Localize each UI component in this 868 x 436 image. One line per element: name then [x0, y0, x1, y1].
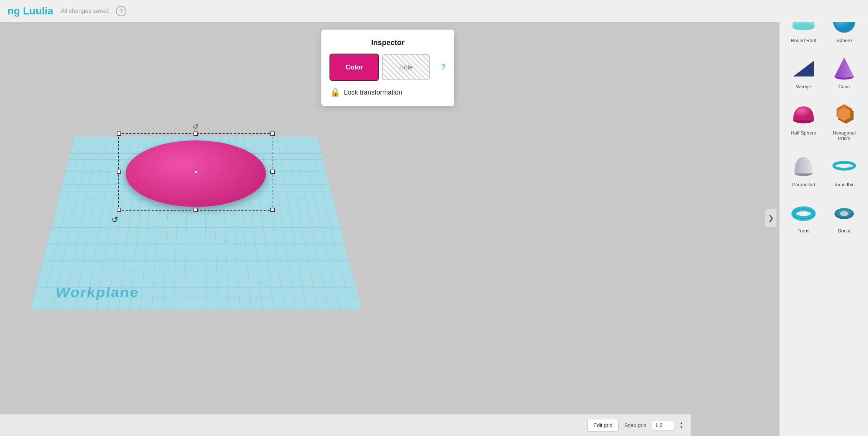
cone-svg: [830, 54, 858, 82]
shape-container[interactable]: ↺ ↺: [118, 133, 277, 214]
lock-icon: 🔒: [330, 88, 340, 97]
paraboloid-svg: [790, 152, 817, 180]
help-icon-btn[interactable]: ?: [116, 6, 126, 16]
hole-button[interactable]: Hole: [382, 54, 430, 80]
cone-label: Cone: [838, 84, 850, 89]
svg-marker-5: [793, 61, 814, 76]
cone-preview: [830, 53, 859, 82]
shapes-row-5: Torus Donut: [780, 194, 868, 236]
shape-item-cone[interactable]: Cone: [826, 50, 863, 92]
round-roof-label: Round Roof: [791, 38, 816, 43]
shapes-row-2: Wedge Cone: [780, 50, 868, 92]
handle-tl[interactable]: [117, 132, 121, 136]
torus-thin-svg: [830, 152, 858, 180]
shape-item-torus-thin[interactable]: Torus thin: [826, 148, 863, 190]
paraboloid-label: Paraboloid: [792, 182, 815, 187]
sphere-label: Sphere: [837, 38, 852, 43]
inspector-panel: Inspector Color Hole ? 🔒 Lock transforma…: [321, 30, 454, 106]
top-bar: ng Luulia All changes saved ?: [0, 0, 868, 22]
paraboloid-preview: [789, 151, 819, 180]
svg-point-17: [840, 211, 848, 216]
half-sphere-label: Half Sphere: [791, 130, 816, 136]
ellipse-shape[interactable]: [126, 140, 266, 207]
donut-label: Donut: [838, 228, 851, 234]
shapes-panel: Round Roof Sphere: [779, 0, 868, 436]
shape-item-paraboloid[interactable]: Paraboloid: [785, 148, 822, 190]
svg-point-1: [793, 23, 815, 30]
edit-grid-button[interactable]: Edit grid: [587, 419, 619, 432]
color-button[interactable]: Color: [330, 54, 378, 80]
lock-label: Lock transformation: [344, 89, 402, 96]
chevron-right-icon: ❯: [768, 214, 774, 222]
torus-preview: [789, 197, 819, 226]
inspector-help-icon[interactable]: ?: [441, 62, 445, 72]
snap-grid-label: Snap grid: [624, 422, 646, 428]
handle-bm[interactable]: [194, 208, 198, 212]
saved-status: All changes saved: [61, 8, 109, 14]
handle-br[interactable]: [270, 208, 275, 212]
snap-spinner[interactable]: ▲ ▼: [680, 421, 683, 430]
shapes-row-4: Paraboloid Torus thin: [780, 148, 868, 190]
hexagonal-prism-svg: [830, 100, 858, 128]
donut-preview: [830, 197, 859, 226]
shape-item-donut[interactable]: Donut: [826, 194, 863, 236]
hexagonal-prism-preview: [830, 99, 859, 129]
hexagonal-prism-label: Hexagonal Prism: [828, 130, 861, 141]
handle-tm[interactable]: [194, 132, 198, 136]
workplane-label: Workplane: [54, 285, 140, 300]
collapse-panel-button[interactable]: ❯: [765, 209, 776, 227]
app-title: ng Luulia: [7, 5, 53, 17]
handle-tr[interactable]: [270, 132, 275, 136]
donut-svg: [830, 198, 858, 226]
wedge-svg: [790, 54, 817, 82]
workplane: Workplane ↺ ↺: [30, 52, 362, 310]
half-sphere-svg: [790, 100, 817, 128]
shape-item-torus[interactable]: Torus: [785, 194, 822, 236]
snap-grid-input[interactable]: [652, 420, 674, 430]
lock-row: 🔒 Lock transformation: [330, 88, 445, 97]
torus-label: Torus: [798, 228, 810, 234]
inspector-buttons: Color Hole ?: [330, 54, 445, 80]
bottom-bar: Edit grid Snap grid ▲ ▼: [0, 414, 691, 436]
torus-thin-preview: [830, 151, 859, 180]
shape-item-hexagonal-prism[interactable]: Hexagonal Prism: [826, 96, 863, 144]
wedge-label: Wedge: [796, 84, 811, 89]
inspector-title: Inspector: [330, 38, 445, 47]
torus-thin-label: Torus thin: [834, 182, 854, 187]
torus-svg: [790, 198, 817, 226]
handle-mr[interactable]: [270, 170, 275, 174]
shapes-row-3: Half Sphere Hexagonal Prism: [780, 96, 868, 144]
half-sphere-preview: [789, 99, 819, 129]
wedge-preview: [789, 53, 819, 82]
shape-item-wedge[interactable]: Wedge: [785, 50, 822, 92]
shape-item-half-sphere[interactable]: Half Sphere: [785, 96, 822, 144]
rotate-handle-top[interactable]: ↺: [193, 123, 199, 129]
